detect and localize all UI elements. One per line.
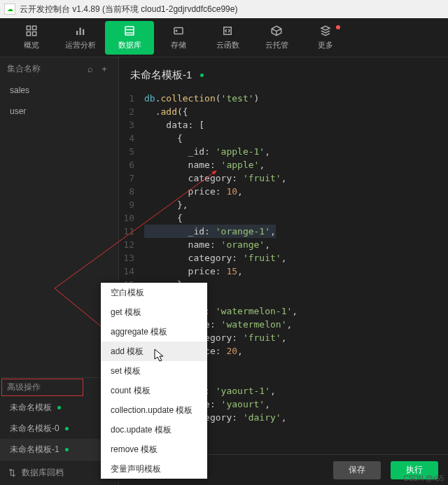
search-icon[interactable]: ⌕ (83, 64, 97, 74)
svg-rect-1 (33, 26, 36, 29)
nav-hosting[interactable]: 云托管 (252, 21, 301, 55)
context-menu-item[interactable]: add 模板 (101, 342, 207, 361)
context-menu-item[interactable]: 空白模板 (101, 283, 207, 302)
svg-rect-0 (27, 26, 30, 29)
dirty-dot-icon (200, 73, 204, 77)
collection-item[interactable]: sales (0, 80, 118, 101)
svg-point-11 (176, 30, 177, 31)
save-button[interactable]: 保存 (333, 461, 381, 479)
context-menu-item[interactable]: count 模板 (101, 381, 207, 400)
notification-dot-icon (336, 25, 340, 29)
context-menu-item[interactable]: set 模板 (101, 361, 207, 381)
svg-rect-4 (76, 31, 78, 35)
app-logo-icon: ☁ (4, 3, 15, 15)
grid-icon (25, 24, 38, 37)
dirty-dot-icon (65, 448, 69, 451)
context-menu-item[interactable]: 变量声明模板 (101, 459, 207, 479)
svg-rect-5 (80, 28, 81, 36)
svg-rect-3 (33, 32, 36, 36)
collection-item[interactable]: user (0, 101, 118, 122)
nav-functions[interactable]: 云函数 (203, 21, 252, 55)
svg-rect-2 (27, 32, 30, 36)
svg-rect-7 (125, 27, 134, 35)
box-icon (270, 24, 283, 37)
stack-icon (319, 24, 332, 37)
nav-more[interactable]: 更多 (301, 21, 350, 55)
window-titlebar: ☁ 云开发控制台 v1.4.89 (当前环境 cloud1-2gdjrvddfc… (0, 0, 448, 18)
svg-rect-6 (83, 29, 84, 35)
function-icon (221, 24, 234, 37)
window-title: 云开发控制台 v1.4.89 (当前环境 cloud1-2gdjrvddfc6c… (20, 3, 237, 15)
dirty-dot-icon (57, 406, 61, 409)
context-menu-item[interactable]: remove 模板 (101, 440, 207, 459)
context-menu-item[interactable]: doc.update 模板 (101, 420, 207, 440)
database-icon (123, 24, 136, 37)
template-context-menu: 空白模板get 模板aggregate 模板add 模板set 模板count … (101, 283, 207, 479)
collections-header: 集合名称 ⌕ + (0, 57, 118, 80)
nav-analytics[interactable]: 运营分析 (56, 21, 105, 55)
storage-icon (172, 24, 185, 37)
add-icon[interactable]: + (97, 64, 111, 74)
context-menu-item[interactable]: collection.update 模板 (101, 400, 207, 420)
context-menu-item[interactable]: get 模板 (101, 302, 207, 322)
nav-storage[interactable]: 存储 (154, 21, 203, 55)
top-nav: 概览 运营分析 数据库 存储 云函数 云托管 更多 (0, 18, 448, 57)
chart-icon (74, 24, 87, 37)
nav-overview[interactable]: 概览 (7, 21, 56, 55)
watermark: CSDN @x55 (404, 475, 444, 482)
nav-database[interactable]: 数据库 (105, 21, 154, 55)
context-menu-item[interactable]: aggregate 模板 (101, 322, 207, 342)
rollback-icon: ⇅ (8, 468, 16, 478)
dirty-dot-icon (65, 427, 69, 430)
template-title: 未命名模板-1 (119, 57, 448, 89)
